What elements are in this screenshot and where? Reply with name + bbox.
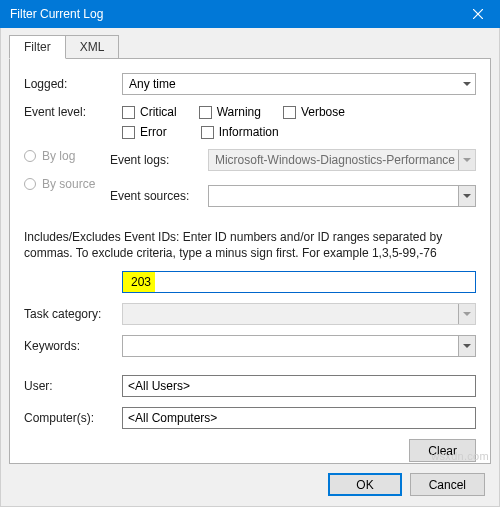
chevron-down-icon xyxy=(458,186,475,206)
ok-button[interactable]: OK xyxy=(328,473,401,496)
user-label: User: xyxy=(24,379,114,393)
radio-icon xyxy=(24,178,36,190)
user-value: <All Users> xyxy=(128,379,190,393)
chevron-down-icon xyxy=(458,150,475,170)
dialog-footer: OK Cancel xyxy=(328,473,485,496)
event-sources-combo[interactable] xyxy=(208,185,476,207)
dialog-body: Filter XML Logged: Any time Event level:… xyxy=(0,28,500,507)
tab-xml[interactable]: XML xyxy=(65,35,120,59)
tab-filter[interactable]: Filter xyxy=(9,35,66,59)
user-input[interactable]: <All Users> xyxy=(122,375,476,397)
tab-panel-filter: Logged: Any time Event level: Critical W… xyxy=(9,58,491,464)
keywords-combo[interactable] xyxy=(122,335,476,357)
check-warning[interactable]: Warning xyxy=(199,105,261,119)
keywords-label: Keywords: xyxy=(24,339,114,353)
close-button[interactable] xyxy=(455,0,500,28)
close-icon xyxy=(473,9,483,19)
check-critical[interactable]: Critical xyxy=(122,105,177,119)
radio-icon xyxy=(24,150,36,162)
logged-combo[interactable]: Any time xyxy=(122,73,476,95)
task-category-label: Task category: xyxy=(24,307,114,321)
logged-label: Logged: xyxy=(24,77,114,91)
tabstrip: Filter XML xyxy=(1,28,499,58)
check-verbose[interactable]: Verbose xyxy=(283,105,345,119)
cancel-button[interactable]: Cancel xyxy=(410,473,485,496)
computers-value: <All Computers> xyxy=(128,411,217,425)
event-logs-combo: Microsoft-Windows-Diagnostics-Performanc… xyxy=(208,149,476,171)
window-title: Filter Current Log xyxy=(10,7,103,21)
titlebar: Filter Current Log xyxy=(0,0,500,28)
radio-by-log: By log xyxy=(24,149,110,163)
chevron-down-icon xyxy=(458,336,475,356)
check-error[interactable]: Error xyxy=(122,125,167,139)
event-logs-value: Microsoft-Windows-Diagnostics-Performanc… xyxy=(215,153,455,167)
event-level-label: Event level: xyxy=(24,105,114,119)
computers-input[interactable]: <All Computers> xyxy=(122,407,476,429)
event-logs-label: Event logs: xyxy=(110,153,200,167)
event-ids-input[interactable]: 203 xyxy=(122,271,476,293)
computers-label: Computer(s): xyxy=(24,411,114,425)
watermark: wsxdn.com xyxy=(431,450,489,462)
logged-value: Any time xyxy=(129,77,176,91)
chevron-down-icon xyxy=(458,74,475,94)
check-information[interactable]: Information xyxy=(201,125,279,139)
event-ids-description: Includes/Excludes Event IDs: Enter ID nu… xyxy=(24,229,476,261)
radio-by-source: By source xyxy=(24,177,110,191)
task-category-combo xyxy=(122,303,476,325)
event-ids-value: 203 xyxy=(123,272,155,292)
chevron-down-icon xyxy=(458,304,475,324)
event-sources-label: Event sources: xyxy=(110,189,200,203)
